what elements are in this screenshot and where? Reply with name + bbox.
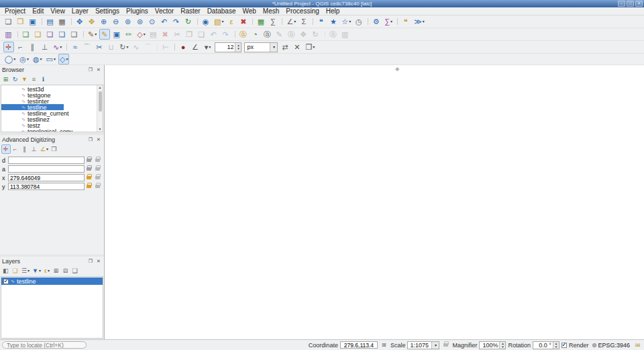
data-source-manager-button[interactable]: ▥ [3,29,14,40]
split-features-button[interactable]: ✂ [94,42,105,52]
filter-legend-button[interactable]: ▼▾ [31,266,42,275]
new-virtual-layer-button[interactable]: ❏ [57,29,68,40]
add-line-feature-button[interactable]: ✏ [123,29,134,40]
layer-labeling-button[interactable]: ⓐ [238,29,249,40]
measure-button[interactable]: ∠▾ [285,16,297,27]
menu-item-view[interactable]: View [47,7,68,15]
adv-enable-button[interactable]: ✛ [1,144,11,154]
lock-value-button[interactable] [85,183,93,191]
processing-toolbox-button[interactable]: ⚙ [371,16,382,27]
menu-item-raster[interactable]: Raster [177,7,203,15]
move-label-button[interactable]: ✥ [299,29,309,40]
parallel-constraint-button[interactable]: ∥ [28,42,38,52]
menu-item-project[interactable]: Project [1,7,29,15]
stream-digitizing-button[interactable]: ≈ [70,42,80,52]
show-bookmarks-button[interactable]: ☆▾ [340,16,352,27]
close-button[interactable]: ✕ [635,1,643,7]
layer-item-testline[interactable]: ✔ ∿ testline [1,277,103,285]
map-canvas[interactable]: ⌖ [105,65,644,339]
adv-field-input[interactable] [8,183,85,190]
advanced-digitizing-panel-header[interactable]: Advanced Digitizing ❐ ✕ [0,135,104,144]
layer-visibility-checkbox[interactable]: ✔ [3,279,9,284]
continuous-lock-button[interactable] [93,157,102,165]
menu-item-layer[interactable]: Layer [68,7,92,15]
close-panel-button[interactable]: ✕ [95,136,102,143]
minimize-button[interactable]: – [618,1,625,7]
map-theme-preview-button[interactable]: ▥ [340,29,351,40]
trace-button[interactable]: ∿▾ [52,42,63,52]
simplify-feature-button[interactable]: ∿ [131,42,142,52]
lock-value-button[interactable] [85,157,93,165]
adv-field-input[interactable] [8,174,85,181]
adv-construction-mode-button[interactable]: ⌐ [11,144,20,154]
select-features-button[interactable]: ▧▾ [213,16,225,27]
title-bar[interactable]: *Untitled Project - QGIS ce8c738c40 [lai… [0,0,644,7]
add-group-button[interactable]: ❏ [11,266,20,275]
magnifier-spinbox[interactable]: 100% ▴▾ [479,341,506,349]
render-checkbox[interactable]: ✔ [561,343,567,348]
browser-item-testinter[interactable]: ∿ testinter [1,98,103,104]
new-shapefile-layer-button[interactable]: ❏ [33,29,44,40]
adv-floater-button[interactable]: ❐ [50,144,59,154]
redo-button[interactable]: ↷ [221,29,231,40]
browser-item-testline-current[interactable]: ∿ testline_current [1,110,103,116]
ellipse-from-center-button[interactable]: ◍▾ [32,54,44,64]
lock-scale-button[interactable] [441,341,450,349]
cut-features-button[interactable]: ✂ [172,29,183,40]
menu-item-plugins[interactable]: Plugins [123,7,152,15]
pin-labels-button[interactable]: ✎ [274,29,285,40]
show-hidden-labels-button[interactable]: ⓐ [262,29,273,40]
rotate-label-button[interactable]: ↻ [311,29,321,40]
map-refresh-button[interactable]: ↻ [183,16,194,27]
stroke-color-button[interactable]: ● [178,42,189,52]
lock-value-button[interactable] [85,165,93,173]
zoom-out-button[interactable]: ⊖ [111,16,121,27]
save-layer-edits-button[interactable]: ▣ [111,29,122,40]
new-bookmark-button[interactable]: ★ [328,16,339,27]
undo-button[interactable]: ↶ [209,29,219,40]
add-selected-layers-button[interactable]: ⊞ [1,75,11,84]
menu-item-help[interactable]: Help [323,7,343,15]
open-attribute-table-button[interactable]: ▦ [256,16,266,27]
browser-item-testgone[interactable]: ∿ testgone [1,92,103,98]
close-panel-button[interactable]: ✕ [95,258,102,265]
menu-item-settings[interactable]: Settings [92,7,123,15]
scroll-thumb[interactable] [99,91,102,112]
identify-features-button[interactable]: ◉ [201,16,211,27]
layout-manager-button[interactable]: ▦ [57,16,68,27]
continuous-lock-button[interactable] [93,174,102,182]
browser-scrollbar[interactable]: ▲ ▼ [97,85,103,132]
new-temporary-scratch-layer-button[interactable]: ❏ [69,29,80,40]
menu-item-mesh[interactable]: Mesh [260,7,282,15]
browser-item-test3d[interactable]: ∿ test3d [1,86,103,92]
statistical-summary-button[interactable]: Σ [299,16,309,27]
menu-item-vector[interactable]: Vector [152,7,177,15]
highlight-pinned-labels-button[interactable]: ⓐ [286,29,297,40]
delete-selected-button[interactable]: ✖ [160,29,171,40]
menu-item-processing[interactable]: Processing [282,7,322,15]
browser-item-topological-copy[interactable]: ∿ topological_copy [1,129,103,132]
trim-extend-button[interactable]: ⊢ [160,42,171,52]
messages-button[interactable]: ✉ [633,341,642,349]
continuous-lock-button[interactable] [93,165,102,173]
statistics-panel-button[interactable]: ∑▾ [383,16,394,27]
perpendicular-constraint-button[interactable]: ⊥ [40,42,50,52]
scale-combo[interactable]: 1:1075 ▾ [407,341,439,349]
units-combo[interactable]: px ▾ [244,42,278,52]
layer-diagram-button[interactable]: ◔ [250,29,261,40]
collapse-all-layers-button[interactable]: ⊟ [61,266,70,275]
menu-item-web[interactable]: Web [239,7,259,15]
field-calculator-button[interactable]: ∑ [268,16,278,27]
circle-from-3-points-button[interactable]: ◎▾ [18,54,30,64]
rectangle-from-extent-button[interactable]: ▭▾ [45,54,57,64]
reshape-features-button[interactable]: ⌒ [82,42,93,52]
new-geopackage-layer-button[interactable]: ❏ [21,29,32,40]
enable-advanced-digitizing-button[interactable]: ✛ [3,42,14,52]
scroll-down-icon[interactable]: ▼ [99,127,102,132]
adv-common-angle-button[interactable]: ∠▾ [39,144,50,154]
open-layer-styling-button[interactable]: ◧ [1,266,11,275]
shape-options-button[interactable]: ❒▾ [304,42,316,52]
toggle-extents-button[interactable]: ⊞ [380,341,388,349]
close-shape-button[interactable]: ✕ [292,42,303,52]
merge-features-button[interactable]: ⊔ [106,42,117,52]
